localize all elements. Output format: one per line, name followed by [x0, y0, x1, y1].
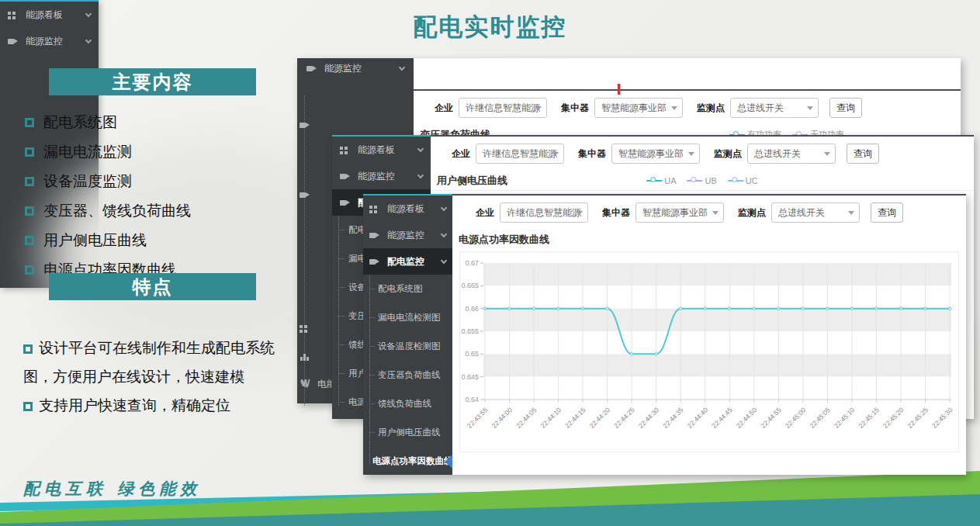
svg-text:22:45:20: 22:45:20	[881, 406, 906, 430]
red-cursor-mark	[618, 84, 620, 95]
menu-icon	[340, 199, 351, 207]
chart-legend: UA UB UC	[646, 176, 757, 185]
list-item: 设备温度监测	[25, 167, 191, 196]
svg-text:0.645: 0.645	[461, 373, 479, 381]
sidebar-strip-icon[interactable]	[300, 189, 310, 202]
sidebar-submenu-item[interactable]: 馈线负荷曲线	[363, 389, 452, 418]
svg-text:0.64: 0.64	[465, 396, 479, 403]
monitor-point-select[interactable]: 总进线开关	[771, 202, 860, 223]
square-bullet-icon	[25, 147, 34, 157]
filter-bar: 企业 许继信息智慧能源 集中器 智慧能源事业部 监测点 总进线开关 查询	[431, 137, 974, 171]
sidebar-menu: 能源看板 能源监控 配电监控	[363, 196, 452, 275]
concentrator-select[interactable]: 智慧能源事业部	[635, 202, 724, 223]
concentrator-select[interactable]: 智慧能源事业部	[611, 144, 700, 164]
sidebar-item-energy-monitoring[interactable]: 能源监控	[297, 58, 414, 79]
sidebar-menu-item[interactable]: 能源看板	[363, 196, 452, 222]
svg-text:0.655: 0.655	[461, 327, 479, 335]
query-button[interactable]: 查询	[829, 98, 862, 118]
svg-text:22:44:35: 22:44:35	[661, 406, 685, 430]
features-header: 特点	[49, 273, 256, 300]
legend-item[interactable]: UA	[646, 176, 676, 185]
slide: 配电实时监控 主要内容 配电系统图 漏电电流监测 设备温度监测 变压器、馈线负荷…	[0, 0, 980, 526]
sidebar-submenu-item[interactable]: 设备温度检测图	[363, 332, 452, 361]
sidebar-menu-item[interactable]: 能源监控	[363, 222, 452, 248]
svg-text:22:45:25: 22:45:25	[906, 406, 930, 430]
app-window-power-factor: 能源看板 能源监控 配电监控 配电系统图	[363, 194, 966, 475]
svg-text:22:45:00: 22:45:00	[784, 406, 808, 430]
sidebar-item-electric-energy[interactable]: 电能	[301, 378, 336, 391]
svg-text:22:44:05: 22:44:05	[514, 406, 538, 430]
section-title: 电源点功率因数曲线	[459, 233, 549, 247]
menu-icon	[8, 11, 19, 19]
svg-text:22:45:30: 22:45:30	[930, 406, 954, 430]
svg-text:22:45:05: 22:45:05	[808, 406, 832, 430]
square-bullet-icon	[25, 177, 34, 186]
features-list: 设计平台可在线制作和生成配电系统图，方便用户在线设计，快速建模支持用户快速查询，…	[23, 334, 282, 420]
w-icon	[301, 380, 312, 389]
concentrator-select[interactable]: 智慧能源事业部	[594, 98, 683, 118]
section-title-row: 电源点功率因数曲线	[452, 230, 966, 250]
section-title: 用户侧电压曲线	[437, 174, 507, 188]
sidebar-icon-strip	[297, 81, 316, 403]
svg-text:22:43:55: 22:43:55	[466, 406, 490, 430]
filter-bar: 企业 许继信息智慧能源 集中器 智慧能源事业部 监测点 总进线开关 查询	[414, 91, 961, 125]
company-select[interactable]: 许继信息智慧能源	[500, 202, 588, 223]
main-content-header: 主要内容	[49, 68, 256, 95]
svg-text:22:44:10: 22:44:10	[539, 406, 563, 430]
window-content: 企业 许继信息智慧能源 集中器 智慧能源事业部 监测点 总进线开关 查询 电源点…	[452, 194, 966, 475]
sidebar-strip-icon[interactable]	[300, 119, 310, 133]
monitor-point-select[interactable]: 总进线开关	[730, 98, 819, 118]
menu-icon	[369, 258, 380, 266]
power-factor-chart: 0.640.6450.650.6550.660.6650.6722:43:552…	[459, 251, 959, 452]
menu-icon	[340, 172, 351, 181]
query-button[interactable]: 查询	[847, 144, 879, 164]
svg-text:0.67: 0.67	[465, 259, 479, 267]
feature-item: 支持用户快速查询，精确定位	[23, 391, 282, 420]
legend-item[interactable]: UC	[728, 176, 758, 185]
filter-bar: 企业 许继信息智慧能源 集中器 智慧能源事业部 监测点 总进线开关 查询	[452, 196, 966, 230]
svg-text:22:44:20: 22:44:20	[588, 406, 612, 430]
chevron-down-icon	[417, 145, 424, 151]
svg-text:22:44:00: 22:44:00	[490, 406, 514, 430]
legend-item[interactable]: UB	[687, 176, 717, 185]
sidebar-submenu-item[interactable]: 变压器负荷曲线	[363, 361, 452, 389]
square-bullet-icon	[25, 118, 34, 127]
sidebar-submenu: 配电系统图 漏电电流检测图 设备温度检测图 变压器负荷曲线 馈线负荷曲线 用户侧…	[363, 275, 452, 476]
company-select[interactable]: 许继信息智慧能源	[476, 144, 564, 164]
list-item: 配电系统图	[25, 108, 191, 137]
main-content-list: 配电系统图 漏电电流监测 设备温度监测 变压器、馈线负荷曲线 用户侧电压曲线 电…	[25, 108, 191, 285]
sidebar-submenu-item[interactable]: 配电系统图	[363, 275, 452, 303]
list-item: 变压器、馈线负荷曲线	[25, 196, 191, 226]
menu-icon	[369, 205, 380, 213]
feature-item: 设计平台可在线制作和生成配电系统图，方便用户在线设计，快速建模	[23, 334, 282, 391]
company-select[interactable]: 许继信息智慧能源	[459, 98, 547, 118]
svg-text:0.665: 0.665	[461, 282, 479, 289]
svg-text:22:45:15: 22:45:15	[857, 406, 881, 430]
svg-text:22:44:50: 22:44:50	[735, 406, 759, 430]
menu-icon	[8, 37, 19, 46]
line-chart-canvas: 0.640.6450.650.6550.660.6650.6722:43:552…	[460, 252, 956, 448]
square-bullet-icon	[23, 402, 33, 411]
square-bullet-icon	[25, 206, 34, 216]
svg-text:0.66: 0.66	[465, 305, 479, 313]
menu-icon	[369, 231, 380, 240]
sidebar-strip-icon[interactable]	[300, 322, 310, 336]
sidebar-menu-item[interactable]: 能源监控	[332, 163, 431, 189]
sidebar-menu-item[interactable]: 配电监控	[363, 248, 452, 275]
svg-text:22:44:55: 22:44:55	[759, 406, 783, 430]
square-bullet-icon	[23, 344, 33, 354]
legend-marker-icon	[687, 177, 703, 184]
svg-text:22:44:40: 22:44:40	[686, 406, 710, 430]
legend-marker-icon	[728, 177, 743, 184]
svg-text:22:44:45: 22:44:45	[710, 406, 734, 430]
sidebar-strip-icon[interactable]	[300, 350, 310, 364]
sidebar-submenu-item[interactable]: 电源点功率因数曲线	[363, 447, 452, 476]
sidebar-submenu-item[interactable]: 漏电电流检测图	[363, 303, 452, 332]
monitor-point-select[interactable]: 总进线开关	[747, 144, 836, 164]
section-title-row: 用户侧电压曲线 UA UB UC	[431, 171, 974, 191]
sidebar-submenu-item[interactable]: 用户侧电压曲线	[363, 418, 452, 447]
query-button[interactable]: 查询	[871, 202, 903, 223]
sidebar-menu-item[interactable]: 能源看板	[332, 137, 431, 163]
chevron-down-icon	[399, 64, 405, 71]
list-item: 漏电电流监测	[25, 137, 191, 167]
